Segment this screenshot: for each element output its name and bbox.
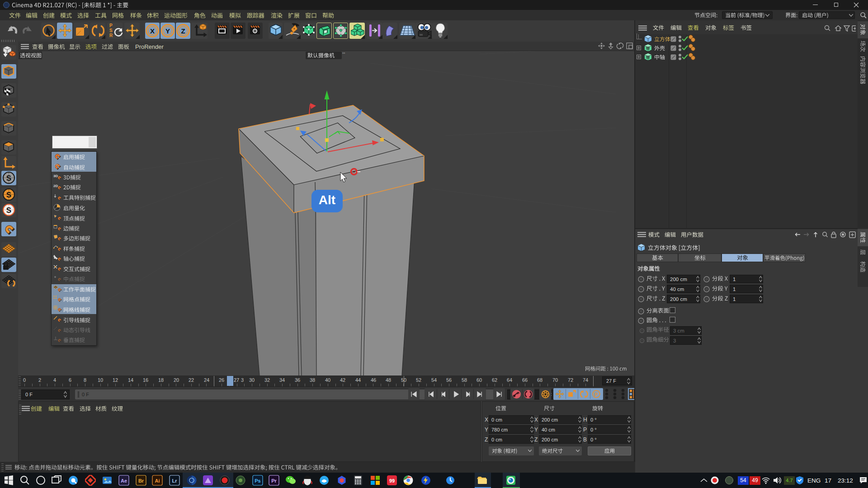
svg-text:Z: Z	[181, 27, 185, 35]
svg-text:S: S	[6, 174, 11, 183]
svg-text:99: 99	[389, 478, 395, 483]
svg-text:Ae: Ae	[121, 478, 127, 483]
svg-text:Ai: Ai	[155, 478, 160, 483]
svg-text:P: P	[594, 392, 598, 397]
svg-text:Ps: Ps	[255, 478, 260, 483]
svg-text:X: X	[150, 27, 155, 35]
svg-text:Y: Y	[165, 27, 170, 35]
svg-text:3D: 3D	[53, 174, 58, 178]
svg-text:S: S	[6, 206, 11, 215]
svg-text:2D: 2D	[53, 184, 58, 188]
svg-text:Br: Br	[138, 478, 144, 483]
svg-text:S: S	[6, 191, 11, 199]
svg-text:Pr: Pr	[271, 478, 277, 483]
svg-text:(?): (?)	[54, 164, 58, 167]
svg-text:Lr: Lr	[172, 478, 178, 483]
